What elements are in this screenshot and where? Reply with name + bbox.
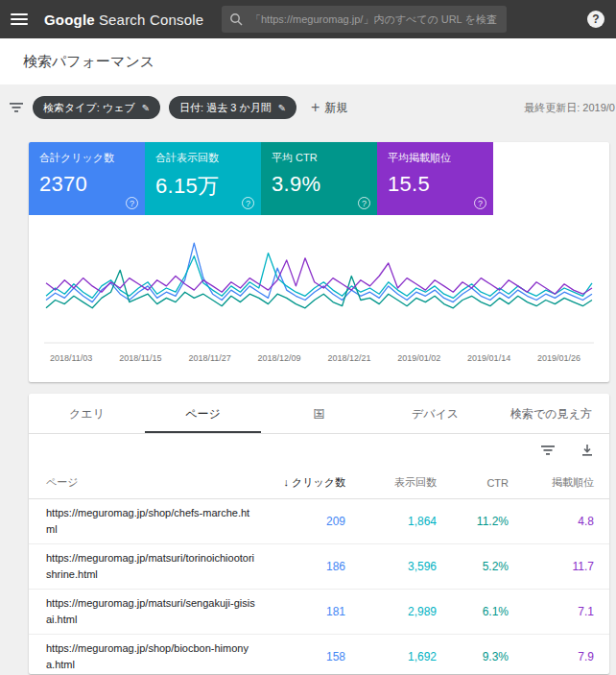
x-tick: 2018/11/27 (188, 353, 230, 363)
edit-pencil-icon: ✎ (278, 103, 286, 113)
filter-button[interactable] (0, 102, 33, 113)
table-row[interactable]: https://meguromag.jp/matsuri/sengakuji-g… (29, 590, 609, 635)
metric-value: 2370 (39, 172, 134, 197)
url-inspection-searchbox[interactable] (222, 6, 507, 33)
impressions-cell: 3,596 (345, 560, 437, 573)
filter-chip-date-range[interactable]: 日付: 過去 3 か月間 ✎ (169, 96, 296, 119)
search-icon (229, 12, 243, 26)
chart-x-axis-labels: 2018/11/03 2018/11/15 2018/11/27 2018/12… (44, 348, 594, 363)
edit-pencil-icon: ✎ (142, 103, 150, 113)
hamburger-icon (11, 11, 28, 28)
dimensions-table-card: クエリ ページ 国 デバイス 検索での見え方 ページ (29, 394, 609, 674)
metric-label: 平均掲載順位 (388, 151, 483, 165)
export-download-button[interactable] (580, 444, 594, 457)
help-icon[interactable]: ? (126, 197, 138, 209)
x-tick: 2018/11/15 (119, 353, 161, 363)
table-header-row: ページ ↓クリック数 表示回数 CTR 掲載順位 (29, 467, 609, 499)
performance-chart: 2018/11/03 2018/11/15 2018/11/27 2018/12… (29, 215, 609, 363)
metric-card-average-ctr[interactable]: 平均 CTR 3.9% ? (261, 142, 377, 215)
position-cell: 7.9 (509, 650, 594, 663)
search-console-app: GoogleSearch Console ? 検索パフォーマンス 検索タイプ: … (0, 0, 616, 675)
filter-chip-search-type[interactable]: 検索タイプ: ウェブ ✎ (33, 96, 160, 119)
metric-tiles: 合計クリック数 2370 ? 合計表示回数 6.15万 ? 平均 CTR 3.9… (29, 142, 609, 215)
new-filter-label: 新規 (324, 100, 347, 116)
clicks-cell: 186 (269, 560, 345, 573)
column-header-impressions[interactable]: 表示回数 (345, 475, 437, 490)
ctr-cell: 6.1% (437, 605, 509, 618)
x-tick: 2019/01/14 (467, 353, 510, 363)
page-url-cell[interactable]: https://meguromag.jp/shop/biocbon-himony… (46, 640, 269, 673)
top-app-bar: GoogleSearch Console ? (0, 0, 616, 38)
clicks-cell: 209 (269, 515, 345, 528)
column-header-ctr[interactable]: CTR (437, 477, 509, 489)
menu-button[interactable] (0, 0, 38, 38)
x-tick: 2019/01/02 (397, 353, 440, 363)
metric-label: 平均 CTR (272, 151, 367, 165)
ctr-cell: 9.3% (437, 650, 509, 663)
metric-value: 15.5 (388, 172, 483, 197)
url-inspection-input[interactable] (250, 13, 499, 25)
tab-countries[interactable]: 国 (261, 394, 377, 433)
clicks-cell: 181 (269, 605, 345, 618)
help-icon[interactable]: ? (587, 11, 604, 28)
metric-label: 合計クリック数 (39, 151, 134, 165)
tab-search-appearance[interactable]: 検索での見え方 (493, 394, 609, 433)
sort-descending-icon: ↓ (283, 476, 289, 488)
metric-card-total-impressions[interactable]: 合計表示回数 6.15万 ? (145, 142, 261, 215)
column-header-position[interactable]: 掲載順位 (509, 475, 594, 490)
clicks-cell: 158 (269, 650, 345, 663)
page-url-cell[interactable]: https://meguromag.jp/matsuri/sengakuji-g… (46, 595, 269, 628)
metric-card-total-clicks[interactable]: 合計クリック数 2370 ? (29, 142, 145, 215)
x-tick: 2018/12/21 (327, 353, 370, 363)
metric-label: 合計表示回数 (155, 151, 250, 165)
metric-value: 6.15万 (155, 172, 250, 201)
google-wordmark: Google (44, 12, 95, 28)
download-icon (580, 444, 594, 457)
table-toolbar (29, 434, 609, 467)
position-cell: 11.7 (509, 560, 594, 573)
page-title: 検索パフォーマンス (23, 38, 154, 84)
table-row[interactable]: https://meguromag.jp/shop/chefs-marche.h… (29, 499, 609, 544)
performance-summary-card: 合計クリック数 2370 ? 合計表示回数 6.15万 ? 平均 CTR 3.9… (29, 142, 609, 382)
filter-list-icon (9, 102, 24, 113)
app-logo: GoogleSearch Console (44, 12, 203, 28)
filter-list-icon (540, 445, 556, 456)
product-name: Search Console (99, 12, 204, 28)
last-updated-text: 最終更新日: 2019/0 (524, 101, 616, 115)
ctr-cell: 5.2% (437, 560, 509, 573)
tab-devices[interactable]: デバイス (377, 394, 493, 433)
filter-bar: 検索タイプ: ウェブ ✎ 日付: 過去 3 か月間 ✎ + 新規 最終更新日: … (0, 88, 616, 127)
chip-label: 検索タイプ: ウェブ (43, 101, 135, 115)
help-icon[interactable]: ? (358, 197, 370, 209)
column-header-page: ページ (46, 475, 269, 490)
help-icon[interactable]: ? (242, 197, 254, 209)
impressions-cell: 1,864 (345, 515, 437, 528)
ctr-cell: 11.2% (437, 515, 509, 528)
plus-icon: + (311, 100, 320, 115)
table-row[interactable]: https://meguromag.jp/shop/biocbon-himony… (29, 635, 609, 674)
help-icon[interactable]: ? (474, 197, 486, 209)
metric-value: 3.9% (272, 172, 367, 197)
impressions-cell: 2,989 (345, 605, 437, 618)
x-tick: 2018/12/09 (258, 353, 301, 363)
page-url-cell[interactable]: https://meguromag.jp/shop/chefs-marche.h… (46, 505, 269, 538)
position-cell: 4.8 (509, 515, 594, 528)
chip-label: 日付: 過去 3 か月間 (179, 101, 272, 115)
x-tick: 2019/01/26 (537, 353, 580, 363)
tab-pages[interactable]: ページ (145, 394, 261, 433)
table-row[interactable]: https://meguromag.jp/matsuri/torinoichio… (29, 544, 609, 590)
new-filter-button[interactable]: + 新規 (311, 100, 347, 116)
metric-card-average-position[interactable]: 平均掲載順位 15.5 ? (377, 142, 493, 215)
x-tick: 2018/11/03 (50, 353, 92, 363)
table-filter-button[interactable] (540, 445, 556, 456)
column-header-clicks[interactable]: ↓クリック数 (269, 475, 345, 490)
position-cell: 7.1 (509, 605, 594, 618)
title-band: 検索パフォーマンス (0, 38, 616, 84)
impressions-cell: 1,692 (345, 650, 437, 663)
page-url-cell[interactable]: https://meguromag.jp/matsuri/torinoichio… (46, 550, 269, 583)
dimension-tabs: クエリ ページ 国 デバイス 検索での見え方 (29, 394, 609, 434)
tab-queries[interactable]: クエリ (29, 394, 145, 433)
